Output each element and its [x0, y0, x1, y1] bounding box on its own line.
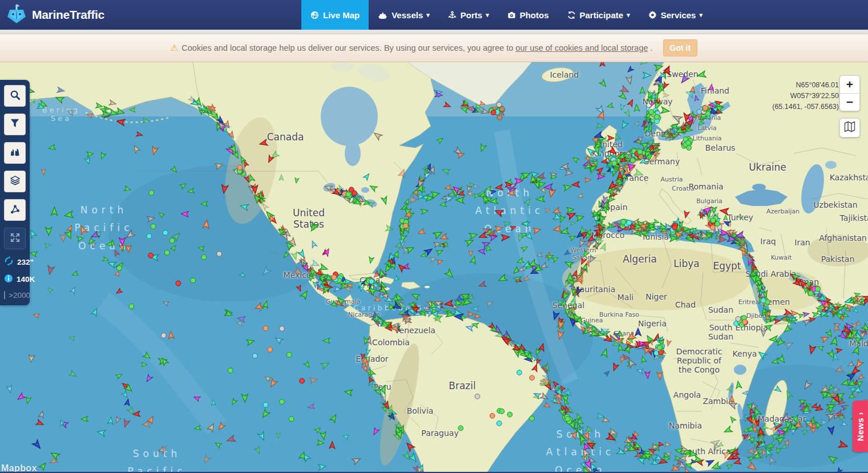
ship-icon	[378, 11, 387, 19]
cookie-message: Cookies and local storage help us delive…	[181, 43, 513, 52]
brand-name: MarineTraffic	[32, 8, 104, 22]
map-tools-panel: 232" 140K >2000	[0, 80, 30, 305]
nav-item-live-map[interactable]: Live Map	[301, 0, 369, 30]
nav-item-label: Participate	[580, 10, 624, 20]
map-style-button[interactable]	[839, 118, 860, 138]
vessel-count[interactable]: 140K	[0, 274, 30, 285]
chevron-down-icon: ▾	[426, 11, 430, 19]
news-tab-label: News ›	[855, 411, 865, 440]
cookie-policy-link[interactable]: our use of cookies and local storage	[515, 43, 648, 52]
vessel-count-value: 140K	[17, 275, 35, 284]
nav-item-label: Photos	[520, 10, 549, 20]
anchor-icon	[448, 11, 457, 19]
navbar-gap	[0, 30, 868, 34]
zoom-in-button[interactable]: +	[840, 76, 859, 93]
mapbox-attribution[interactable]: Mapbox	[1, 463, 37, 472]
cursor-coordinates: N65°08'46.01 W057°39'22.50 (65.1461, -05…	[772, 80, 839, 112]
layers-tool-button[interactable]	[4, 171, 26, 192]
chevron-down-icon: ▾	[627, 11, 630, 19]
news-tab[interactable]: News ›	[853, 401, 868, 452]
coordinate-lon: W057°39'22.50	[772, 91, 839, 102]
ship-logo-icon	[6, 2, 27, 27]
search-icon	[10, 90, 21, 103]
coordinate-lat: N65°08'46.01	[772, 80, 839, 91]
refresh-countdown[interactable]: 232"	[0, 256, 30, 268]
participate-icon	[567, 11, 576, 19]
search-tool-button[interactable]	[4, 85, 26, 107]
coordinate-decimal: (65.1461, -057.6563)	[772, 102, 839, 112]
filter-icon	[10, 118, 20, 131]
layers-icon	[10, 175, 21, 188]
nav-item-services[interactable]: Services▾	[639, 0, 712, 30]
refresh-countdown-value: 232"	[17, 258, 34, 266]
nav-menu: Live MapVessels▾Ports▾PhotosParticipate▾…	[301, 0, 712, 30]
nav-item-label: Ports	[461, 10, 482, 20]
filter-tool-button[interactable]	[4, 114, 26, 135]
globe-icon	[310, 11, 319, 19]
nav-item-participate[interactable]: Participate▾	[558, 0, 639, 30]
zoom-control: + −	[839, 75, 860, 111]
top-navbar: MarineTraffic Live MapVessels▾Ports▾Phot…	[0, 0, 868, 30]
routes-icon	[10, 204, 21, 217]
marinetraffic-logo[interactable]: MarineTraffic	[0, 2, 104, 27]
threshold-checkbox[interactable]	[4, 291, 5, 300]
map-style-icon	[843, 120, 856, 135]
chevron-down-icon: ▾	[699, 11, 703, 19]
cookie-message-suffix: .	[651, 43, 653, 52]
nav-item-label: Services	[661, 10, 696, 20]
info-icon	[4, 274, 13, 285]
chevron-down-icon: ▾	[486, 11, 489, 19]
vessel-markers-layer	[0, 62, 868, 472]
live-map-canvas[interactable]: CanadaUnited StatesMexicoCubaGuatemalaNi…	[0, 62, 868, 472]
expand-icon	[10, 232, 21, 245]
threshold-row: >2000	[0, 291, 30, 300]
nav-item-label: Vessels	[391, 10, 423, 20]
threshold-label: >2000	[9, 291, 30, 300]
refresh-icon	[4, 256, 14, 268]
nav-item-photos[interactable]: Photos	[498, 0, 558, 30]
expand-tool-button[interactable]	[4, 228, 26, 249]
nav-item-ports[interactable]: Ports▾	[439, 0, 498, 30]
got-it-button[interactable]: Got it	[663, 39, 698, 56]
cookie-banner: ⚠ Cookies and local storage help us deli…	[0, 34, 868, 62]
my-fleets-tool-button[interactable]	[4, 142, 26, 164]
nav-item-vessels[interactable]: Vessels▾	[369, 0, 439, 30]
zoom-out-button[interactable]: −	[840, 94, 859, 111]
my-fleets-icon	[10, 147, 21, 160]
routes-tool-button[interactable]	[4, 199, 26, 221]
nav-item-label: Live Map	[323, 10, 360, 20]
camera-icon	[507, 11, 516, 19]
gear-icon	[648, 11, 657, 19]
warning-icon: ⚠	[171, 43, 178, 53]
